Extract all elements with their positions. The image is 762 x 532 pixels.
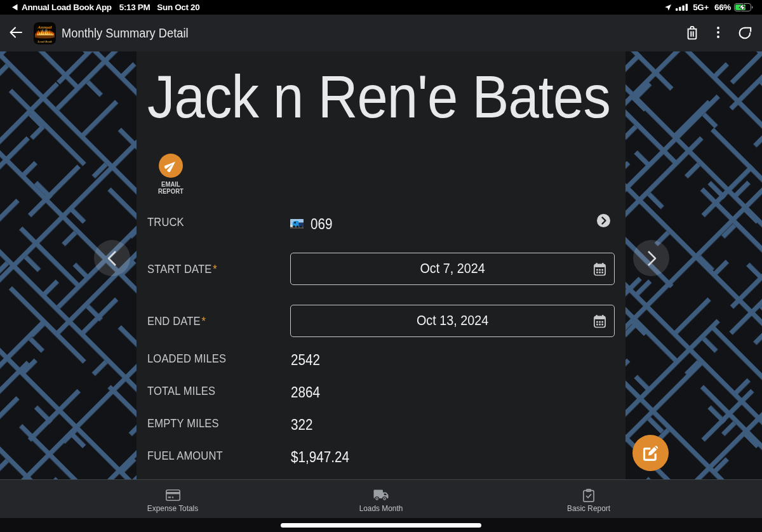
total-miles-label: TOTAL MILES — [147, 384, 215, 398]
truck-value: 069 — [311, 216, 333, 233]
status-time: 5:13 PM — [119, 3, 150, 12]
loaded-miles-value: 2542 — [291, 352, 320, 369]
location-icon — [664, 4, 672, 11]
kebab-menu-icon — [716, 26, 721, 39]
back-button[interactable] — [8, 25, 23, 41]
battery-icon — [734, 3, 753, 11]
calendar-icon — [594, 262, 606, 276]
svg-text:Annual: Annual — [37, 25, 52, 30]
status-bar-right: 5G+ 66% — [664, 3, 753, 12]
detail-card: Jack n Ren'e Bates EMAIL REPORT TRUCK — [137, 51, 625, 479]
nav-label: Basic Report — [533, 503, 645, 513]
home-bar — [0, 518, 762, 532]
refresh-button[interactable] — [737, 25, 752, 41]
email-report: EMAIL REPORT — [149, 154, 193, 194]
start-date-value: Oct 7, 2024 — [420, 261, 485, 277]
calendar-icon — [594, 314, 606, 328]
screen: Annual Load Book App 5:13 PM Sun Oct 20 … — [0, 0, 762, 532]
status-bar: Annual Load Book App 5:13 PM Sun Oct 20 … — [0, 0, 762, 15]
cellular-signal-icon — [676, 4, 688, 11]
empty-miles-label: EMPTY MILES — [147, 416, 219, 430]
nav-label: Loads Month — [325, 503, 437, 513]
svg-text:Load Book: Load Book — [37, 39, 52, 43]
truck-label: TRUCK — [147, 215, 184, 229]
status-date: Sun Oct 20 — [157, 3, 199, 12]
customer-name: Jack n Ren'e Bates — [147, 62, 610, 131]
chevron-right-circle-icon — [597, 214, 610, 227]
truck-select-button[interactable] — [597, 214, 610, 227]
fuel-amount-label: FUEL AMOUNT — [147, 449, 223, 463]
previous-summary-button[interactable] — [94, 240, 130, 276]
app-bar-actions — [685, 25, 762, 41]
chevron-left-icon — [105, 250, 119, 267]
loaded-miles-label: LOADED MILES — [147, 352, 226, 366]
empty-miles-value: 322 — [291, 416, 313, 434]
bottom-nav: Expense Totals Loads Month Basic Report — [0, 479, 762, 518]
fuel-amount-value: $1,947.24 — [291, 449, 349, 466]
back-to-app-icon[interactable] — [11, 4, 18, 11]
edit-fab[interactable] — [632, 435, 669, 471]
end-date-label: END DATE* — [147, 314, 206, 328]
required-asterisk: * — [213, 262, 217, 276]
nav-label: Expense Totals — [117, 503, 229, 513]
truck-photo — [290, 219, 304, 229]
app-bar: Annual Load Book Monthly Summary Detail — [0, 15, 762, 51]
edit-icon — [641, 444, 660, 462]
nav-expense-totals[interactable]: Expense Totals — [109, 480, 236, 513]
more-options-button[interactable] — [711, 25, 726, 41]
email-report-label: EMAIL REPORT — [152, 181, 190, 194]
back-arrow-icon — [9, 25, 23, 39]
total-miles-value: 2864 — [291, 384, 320, 401]
truck-icon — [373, 489, 389, 502]
end-date-input[interactable]: Oct 13, 2024 — [290, 305, 615, 337]
trash-icon — [685, 25, 699, 40]
page-title: Monthly Summary Detail — [62, 26, 189, 41]
status-bar-left: Annual Load Book App 5:13 PM Sun Oct 20 — [11, 3, 199, 12]
app-logo: Annual Load Book — [34, 22, 56, 44]
credit-card-icon — [166, 489, 180, 501]
start-date-input[interactable]: Oct 7, 2024 — [290, 253, 615, 285]
start-date-label-text: START DATE — [147, 262, 212, 276]
nav-loads-month[interactable]: Loads Month — [318, 480, 444, 513]
content-area: Jack n Ren'e Bates EMAIL REPORT TRUCK — [0, 51, 762, 479]
delete-button[interactable] — [685, 25, 700, 41]
status-app-name[interactable]: Annual Load Book App — [22, 3, 112, 12]
next-summary-button[interactable] — [633, 240, 669, 276]
network-type: 5G+ — [693, 3, 709, 12]
clipboard-check-icon — [583, 489, 594, 502]
battery-percent: 66% — [714, 3, 731, 12]
send-icon — [164, 159, 177, 172]
end-date-label-text: END DATE — [147, 314, 201, 328]
end-date-value: Oct 13, 2024 — [417, 313, 488, 329]
home-indicator[interactable] — [281, 523, 481, 528]
chevron-right-icon — [645, 250, 658, 267]
nav-basic-report[interactable]: Basic Report — [525, 480, 652, 513]
email-report-button[interactable] — [159, 154, 183, 178]
refresh-icon — [738, 25, 752, 39]
start-date-label: START DATE* — [147, 262, 217, 276]
required-asterisk: * — [201, 314, 206, 328]
